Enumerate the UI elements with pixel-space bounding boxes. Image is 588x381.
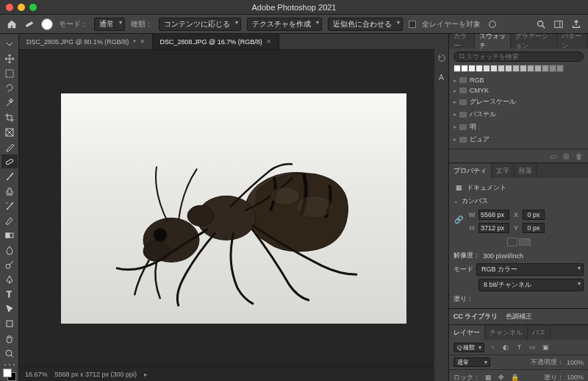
- pressure-icon[interactable]: [487, 18, 498, 30]
- canvas-section[interactable]: カンバス: [453, 194, 584, 208]
- dodge-tool[interactable]: [1, 258, 18, 272]
- glyphs-icon[interactable]: A: [437, 72, 447, 82]
- lock-label: ロック：: [453, 373, 480, 382]
- maximize-window[interactable]: [29, 4, 37, 11]
- brush-tool[interactable]: [1, 169, 18, 183]
- new-swatch-icon[interactable]: ⊞: [562, 152, 570, 160]
- doc-tab-2[interactable]: DSC_2808.JPG @ 16.7% (RGB/8)×: [153, 34, 279, 49]
- zoom-level[interactable]: 16.67%: [25, 371, 48, 378]
- lock-pixels-icon[interactable]: ▦: [483, 372, 493, 381]
- hand-tool[interactable]: [1, 332, 18, 346]
- folder-light[interactable]: 明: [453, 121, 584, 133]
- move-tool[interactable]: [1, 51, 18, 65]
- type-content-aware[interactable]: コンテンツに応じる: [159, 18, 241, 31]
- type-texture[interactable]: テクスチャを作成: [247, 18, 322, 31]
- type-proximity[interactable]: 近似色に合わせる: [328, 18, 403, 31]
- lock-all-icon[interactable]: 🔒: [509, 372, 520, 381]
- color-mode-dropdown[interactable]: RGB カラー: [476, 263, 584, 276]
- width-input[interactable]: [478, 210, 509, 220]
- zoom-tool[interactable]: [1, 346, 18, 360]
- bit-depth-dropdown[interactable]: 8 bit/チャンネル: [478, 279, 584, 291]
- workspace-icon[interactable]: [553, 18, 564, 30]
- tab-label: DSC_2805.JPG @ 80.1% (RGB/8): [26, 38, 129, 46]
- layer-filter-dropdown[interactable]: Q 種類: [453, 343, 484, 352]
- tab-paragraph[interactable]: 段落: [514, 163, 537, 178]
- bandage-icon[interactable]: [24, 18, 35, 30]
- brush-preview[interactable]: [41, 18, 53, 30]
- link-icon[interactable]: 🔗: [453, 214, 464, 224]
- fill-value[interactable]: 100%: [567, 374, 584, 381]
- tab-adjustments[interactable]: 色調補正: [506, 312, 532, 321]
- eraser-tool[interactable]: [1, 214, 18, 228]
- blend-mode-dropdown[interactable]: 通常: [94, 18, 125, 31]
- folder-pure[interactable]: ピュア: [453, 133, 584, 146]
- folder-pastel[interactable]: パステル: [453, 108, 584, 121]
- swatch-preset-row[interactable]: [453, 65, 584, 72]
- close-icon[interactable]: ×: [267, 38, 271, 46]
- y-input[interactable]: [523, 223, 545, 233]
- tab-gradients[interactable]: グラデーション: [511, 34, 557, 49]
- tab-channels[interactable]: チャンネル: [485, 325, 528, 340]
- trash-icon[interactable]: 🗑: [575, 152, 584, 160]
- tab-cclib[interactable]: CC ライブラリ: [453, 312, 498, 321]
- marquee-tool[interactable]: [1, 66, 18, 80]
- filter-shape-icon[interactable]: ▭: [527, 342, 537, 352]
- doc-tab-1[interactable]: DSC_2805.JPG @ 80.1% (RGB/8)*×: [19, 34, 153, 49]
- lasso-tool[interactable]: [1, 81, 18, 95]
- tab-properties[interactable]: プロパティ: [449, 163, 492, 178]
- orient-portrait[interactable]: [507, 238, 517, 246]
- minimize-window[interactable]: [18, 4, 25, 11]
- stamp-tool[interactable]: [1, 184, 18, 198]
- share-icon[interactable]: [570, 18, 582, 30]
- path-select-tool[interactable]: [1, 302, 18, 316]
- wand-tool[interactable]: [1, 96, 18, 110]
- filter-adjust-icon[interactable]: ◐: [501, 342, 511, 352]
- folder-grayscale[interactable]: グレースケール: [453, 96, 584, 108]
- x-input[interactable]: [523, 210, 545, 220]
- swatch-search[interactable]: [453, 51, 584, 62]
- filter-smart-icon[interactable]: ▣: [540, 342, 551, 352]
- tab-patterns[interactable]: パターン: [557, 34, 588, 49]
- swatch-search-input[interactable]: [466, 53, 578, 60]
- filter-pixel-icon[interactable]: ▫: [487, 342, 498, 352]
- canvas[interactable]: [61, 93, 406, 324]
- blend-mode-dropdown[interactable]: 通常: [453, 357, 490, 367]
- search-icon[interactable]: [535, 18, 547, 30]
- orient-landscape[interactable]: [519, 238, 531, 246]
- lock-position-icon[interactable]: ✥: [496, 372, 506, 381]
- tab-color[interactable]: カラー: [449, 34, 475, 49]
- close-icon[interactable]: ×: [140, 38, 145, 46]
- folder-cmyk[interactable]: CMYK: [453, 85, 584, 96]
- pen-tool[interactable]: [1, 273, 18, 287]
- home-icon[interactable]: [6, 18, 18, 30]
- color-swatches[interactable]: [3, 368, 16, 381]
- tab-paths[interactable]: パス: [528, 325, 551, 340]
- close-window[interactable]: [6, 4, 13, 11]
- history-icon[interactable]: [437, 53, 447, 63]
- gradient-tool[interactable]: [1, 229, 18, 243]
- edit-toolbar[interactable]: [4, 364, 15, 366]
- fill-label: 塗り：: [544, 373, 564, 382]
- canvas-area[interactable]: [19, 50, 448, 366]
- all-layers-checkbox[interactable]: [409, 21, 416, 28]
- window-controls[interactable]: [0, 4, 37, 11]
- tab-character[interactable]: 文字: [492, 163, 514, 178]
- shape-tool[interactable]: [1, 317, 18, 331]
- filter-type-icon[interactable]: T: [514, 342, 524, 352]
- height-input[interactable]: [478, 223, 509, 233]
- status-menu-icon[interactable]: ▸: [144, 371, 148, 378]
- doc-dimensions[interactable]: 5568 px x 3712 px (300 ppi): [55, 371, 137, 378]
- new-folder-icon[interactable]: ▭: [548, 152, 557, 160]
- history-brush-tool[interactable]: [1, 199, 18, 213]
- frame-tool[interactable]: [1, 125, 18, 139]
- collapse-icon[interactable]: [1, 37, 18, 51]
- type-tool[interactable]: T: [1, 288, 18, 302]
- folder-rgb[interactable]: RGB: [453, 75, 584, 85]
- eyedropper-tool[interactable]: [1, 140, 18, 154]
- tab-layers[interactable]: レイヤー: [449, 325, 485, 340]
- healing-tool[interactable]: [1, 154, 18, 168]
- blur-tool[interactable]: [1, 243, 18, 257]
- crop-tool[interactable]: [1, 110, 18, 124]
- tab-swatches[interactable]: スウォッチ: [475, 34, 511, 49]
- opacity-value[interactable]: 100%: [567, 359, 584, 366]
